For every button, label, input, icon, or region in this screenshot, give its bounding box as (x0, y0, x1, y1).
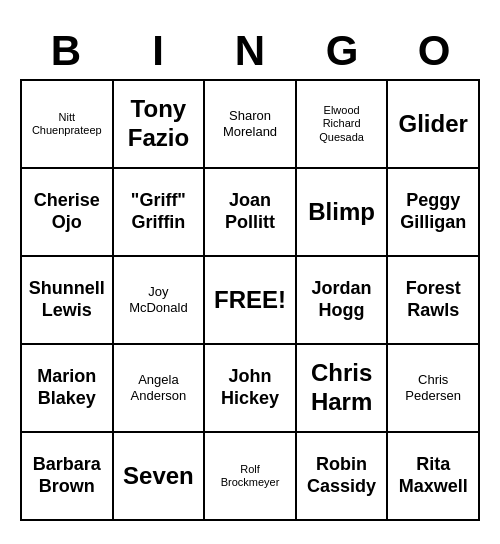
cell-text: Joy McDonald (129, 284, 188, 315)
bingo-card: BINGO Nitt ChuenprateepTony FazioSharon … (10, 13, 490, 531)
cell-text: Peggy Gilligan (400, 190, 466, 233)
header-letter: N (204, 23, 296, 79)
cell-text: Seven (123, 462, 194, 491)
bingo-grid: Nitt ChuenprateepTony FazioSharon Morela… (20, 79, 480, 521)
bingo-cell: Glider (388, 81, 480, 169)
header-letter: I (112, 23, 204, 79)
cell-text: Glider (399, 110, 468, 139)
bingo-cell: Joy McDonald (114, 257, 206, 345)
bingo-cell: Cherise Ojo (22, 169, 114, 257)
cell-text: Marion Blakey (37, 366, 96, 409)
bingo-cell: Robin Cassidy (297, 433, 389, 521)
cell-text: Shunnell Lewis (29, 278, 105, 321)
cell-text: "Griff" Griffin (131, 190, 186, 233)
cell-text: Forest Rawls (406, 278, 461, 321)
bingo-cell: Marion Blakey (22, 345, 114, 433)
bingo-cell: Jordan Hogg (297, 257, 389, 345)
header-letter: B (20, 23, 112, 79)
bingo-header: BINGO (20, 23, 480, 79)
bingo-cell: Elwood Richard Quesada (297, 81, 389, 169)
cell-text: Jordan Hogg (312, 278, 372, 321)
cell-text: Chris Pedersen (405, 372, 461, 403)
bingo-cell: Blimp (297, 169, 389, 257)
cell-text: Rolf Brockmeyer (221, 463, 280, 489)
bingo-cell: Rita Maxwell (388, 433, 480, 521)
bingo-cell: Sharon Moreland (205, 81, 297, 169)
cell-text: Barbara Brown (33, 454, 101, 497)
cell-text: Joan Pollitt (225, 190, 275, 233)
bingo-cell: FREE! (205, 257, 297, 345)
cell-text: Tony Fazio (128, 95, 189, 153)
cell-text: Cherise Ojo (34, 190, 100, 233)
bingo-cell: Peggy Gilligan (388, 169, 480, 257)
bingo-cell: Rolf Brockmeyer (205, 433, 297, 521)
cell-text: Nitt Chuenprateep (32, 111, 102, 137)
bingo-cell: Barbara Brown (22, 433, 114, 521)
cell-text: Chris Harm (311, 359, 372, 417)
bingo-cell: Nitt Chuenprateep (22, 81, 114, 169)
bingo-cell: John Hickey (205, 345, 297, 433)
bingo-cell: Shunnell Lewis (22, 257, 114, 345)
bingo-cell: Seven (114, 433, 206, 521)
cell-text: Sharon Moreland (223, 108, 277, 139)
header-letter: G (296, 23, 388, 79)
bingo-cell: Forest Rawls (388, 257, 480, 345)
cell-text: Angela Anderson (131, 372, 187, 403)
bingo-cell: Tony Fazio (114, 81, 206, 169)
bingo-cell: "Griff" Griffin (114, 169, 206, 257)
cell-text: Blimp (308, 198, 375, 227)
cell-text: John Hickey (221, 366, 279, 409)
cell-text: Robin Cassidy (307, 454, 376, 497)
cell-text: Rita Maxwell (399, 454, 468, 497)
cell-text: Elwood Richard Quesada (319, 104, 364, 144)
bingo-cell: Angela Anderson (114, 345, 206, 433)
bingo-cell: Chris Harm (297, 345, 389, 433)
bingo-cell: Joan Pollitt (205, 169, 297, 257)
header-letter: O (388, 23, 480, 79)
bingo-cell: Chris Pedersen (388, 345, 480, 433)
cell-text: FREE! (214, 286, 286, 315)
